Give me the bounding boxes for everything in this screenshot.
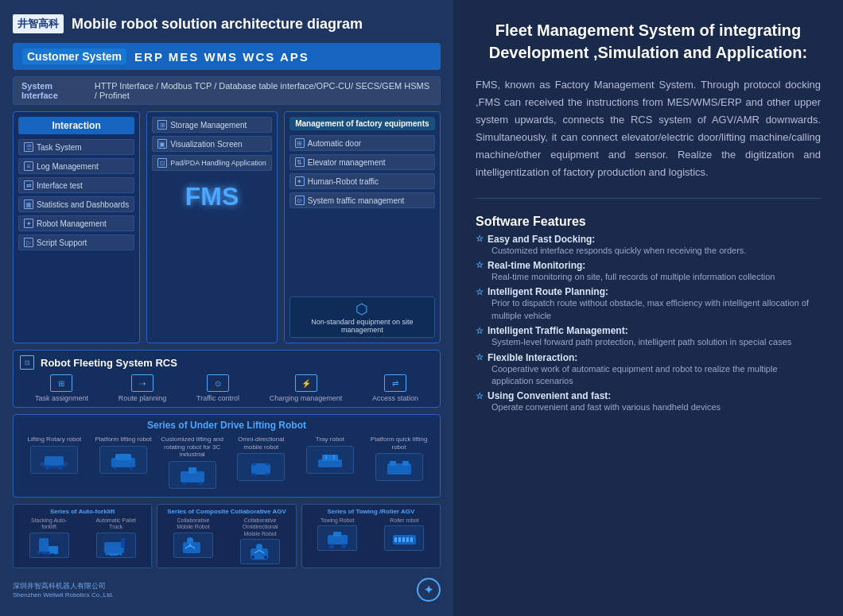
svg-rect-1 <box>45 456 64 466</box>
towing-img-0 <box>317 525 357 551</box>
rcs-label-1: Route planning <box>118 394 167 402</box>
svg-rect-33 <box>121 538 125 548</box>
towing-img-1 <box>384 525 424 551</box>
right-description: FMS, known as Factory Management System.… <box>476 76 821 182</box>
feature-1: Real-time Monitoring: Real-time monitori… <box>476 260 821 283</box>
svg-rect-5 <box>115 454 131 460</box>
rcs-title: Robot Fleeting System RCS <box>41 357 177 369</box>
svg-point-7 <box>130 467 133 470</box>
rcs-label-2: Traffic control <box>196 394 239 402</box>
storage-icon: ⊞ <box>157 120 167 130</box>
svg-rect-22 <box>390 461 396 466</box>
under-drive-title: Series of Under Drive Lifting Robot <box>20 420 433 431</box>
customer-bar: Customer System ERP MES WMS WCS APS <box>13 43 441 70</box>
svg-rect-51 <box>398 537 401 542</box>
rcs-icon-2: ⊙ <box>207 374 229 392</box>
feature-name-3: Intelligent Traffic Management: <box>476 325 821 336</box>
company-info: 深圳井智高科机器人有限公司 Shenzhen Wellwit Robotics … <box>13 581 114 599</box>
series-forklift: Series of Auto-forklift Stacking Auto-fo… <box>13 504 152 568</box>
svg-rect-48 <box>333 532 341 537</box>
robot-img-2 <box>169 461 216 489</box>
interaction-item-stats: ▦ Statistics and Dashboards <box>18 196 134 212</box>
interface-protocols: HTTP Interface / Modbus TCP / Database t… <box>95 81 432 100</box>
features-title: Software Features <box>476 215 821 229</box>
task-icon: ☰ <box>24 142 33 152</box>
fms-label: FMS <box>152 174 272 219</box>
forklift-item-1: Automatic Pallet Truck <box>94 517 138 558</box>
feature-name-0: Easy and Fast Docking: <box>476 234 821 245</box>
logo-title-row: 井智高科 Mobile robot solution architecture … <box>13 14 441 33</box>
feature-name-5: Using Convenient and fast: <box>476 390 821 401</box>
robot-icon: ✦ <box>24 219 33 228</box>
features-section: Software Features Easy and Fast Docking:… <box>476 215 821 417</box>
under-drive-section: Series of Under Drive Lifting Robot Lift… <box>13 414 441 498</box>
forklift-items: Stacking Auto-forklift Automatic Pallet … <box>17 517 148 558</box>
interaction-item-log: ≡ Log Management <box>18 158 134 174</box>
factory-header: Management of factory equipments <box>289 117 435 130</box>
traffic-icon: ✦ <box>295 176 305 186</box>
svg-point-14 <box>266 473 269 476</box>
feature-name-1: Real-time Monitoring: <box>476 260 821 271</box>
collab-img-0 <box>173 533 213 558</box>
feature-3: Intelligent Traffic Management: System-l… <box>476 325 821 348</box>
svg-rect-18 <box>322 455 338 461</box>
robot-item-4: Tray robot <box>298 436 362 489</box>
rcs-item-3: ⚡ Charging management <box>270 374 343 402</box>
door-icon: ⊞ <box>295 138 305 148</box>
rcs-items: ⊞ Task assignment ⇢ Route planning ⊙ Tra… <box>20 374 433 402</box>
svg-point-3 <box>58 465 63 470</box>
forklift-img-0 <box>29 533 69 558</box>
rcs-label-0: Task assignment <box>35 394 88 402</box>
robot-item-2: Customized lifting and rotating robot fo… <box>161 436 224 489</box>
factory-item-4: ⊙ System traffic management <box>289 192 435 208</box>
company-cn: 深圳井智高科机器人有限公司 <box>13 581 114 591</box>
forklift-title: Series of Auto-forklift <box>17 508 148 515</box>
interaction-column: Interaction ☰ Task System ≡ Log Manageme… <box>13 111 140 343</box>
svg-point-2 <box>45 465 50 470</box>
robot-img-1 <box>99 446 147 474</box>
feature-4: Flexible Interaction: Cooperative work o… <box>476 352 821 388</box>
interaction-item-interface: ⇄ Interface test <box>18 177 134 193</box>
stats-icon: ▦ <box>24 200 33 209</box>
sys-traffic-icon: ⊙ <box>295 196 305 205</box>
feature-name-4: Flexible Interaction: <box>476 352 821 363</box>
company-logo: 井智高科 <box>13 14 64 33</box>
factory-column: Management of factory equipments ⊞ Autom… <box>284 111 441 343</box>
svg-point-46 <box>329 544 334 548</box>
log-icon: ≡ <box>24 161 33 171</box>
rcs-section: ⊡ Robot Fleeting System RCS ⊞ Task assig… <box>13 350 441 408</box>
footer-logo-mark: ✦ <box>417 578 441 602</box>
towing-item-1: Roller robot <box>384 517 424 551</box>
rcs-label-3: Charging management <box>270 394 343 402</box>
interface-icon: ⇄ <box>24 180 33 190</box>
collab-title: Series of Composite Collaborative AGV <box>161 508 292 515</box>
storage-item-3: ⊡ Pad/PDA Handling Application <box>152 155 272 171</box>
middle-section: Interaction ☰ Task System ≡ Log Manageme… <box>13 111 441 343</box>
svg-rect-26 <box>37 552 50 554</box>
robot-item-5: Platform quick lifting robot <box>367 436 431 489</box>
customer-systems: ERP MES WMS WCS APS <box>134 50 309 64</box>
non-standard-label: ⬡ Non-standard equipment on site managem… <box>289 296 435 338</box>
rcs-header-icon: ⊡ <box>20 355 34 370</box>
svg-point-6 <box>114 467 117 470</box>
svg-point-28 <box>51 553 54 556</box>
rcs-icon-1: ⇢ <box>131 374 153 392</box>
divider <box>476 198 821 199</box>
feature-desc-4: Cooperative work of automatic equipment … <box>476 363 821 388</box>
interface-label: System Interface <box>21 81 85 100</box>
svg-rect-54 <box>410 537 413 542</box>
rcs-header: ⊡ Robot Fleeting System RCS <box>20 355 433 370</box>
factory-item-1: ⊞ Automatic door <box>289 135 435 151</box>
rcs-label-4: Access station <box>372 394 418 402</box>
feature-0: Easy and Fast Docking: Customized interf… <box>476 234 821 257</box>
feature-2: Intelligent Route Planning: Prior to dis… <box>476 286 821 322</box>
customer-label: Customer System <box>22 48 126 64</box>
robot-img-0 <box>30 446 78 474</box>
feature-name-2: Intelligent Route Planning: <box>476 286 821 297</box>
storage-item-1: ⊞ Storage Management <box>152 117 272 133</box>
rcs-item-1: ⇢ Route planning <box>118 374 167 402</box>
main-title: Mobile robot solution architecture diagr… <box>72 16 363 33</box>
svg-point-27 <box>40 553 43 556</box>
rcs-item-4: ⇌ Access station <box>372 374 418 402</box>
svg-point-43 <box>251 556 254 559</box>
